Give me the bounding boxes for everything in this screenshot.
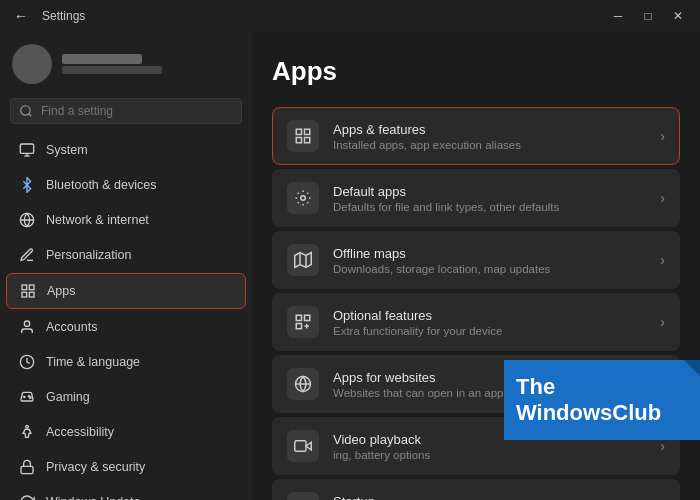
watermark-line2: WindowsClub: [516, 400, 661, 426]
sidebar-item-bluetooth[interactable]: Bluetooth & devices: [6, 168, 246, 202]
svg-marker-33: [306, 442, 311, 450]
settings-item-desc-offline-maps: Downloads, storage location, map updates: [333, 263, 652, 275]
sidebar-item-gaming[interactable]: Gaming: [6, 380, 246, 414]
page-title: Apps: [272, 56, 680, 87]
watermark-line1: The: [516, 374, 555, 400]
sidebar-item-privacy[interactable]: Privacy & security: [6, 450, 246, 484]
settings-item-startup[interactable]: Startup Apps that start automatically wh…: [272, 479, 680, 500]
default-apps-icon: [287, 182, 319, 214]
maximize-button[interactable]: □: [634, 2, 662, 30]
svg-rect-20: [296, 138, 301, 143]
video-playback-icon: [287, 430, 319, 462]
svg-marker-23: [295, 253, 312, 268]
personalization-icon: [18, 246, 36, 264]
sidebar-label-bluetooth: Bluetooth & devices: [46, 178, 157, 192]
settings-item-title-offline-maps: Offline maps: [333, 246, 652, 261]
nav-list: System Bluetooth & devices Network & int…: [0, 132, 252, 500]
sidebar-item-time[interactable]: Time & language: [6, 345, 246, 379]
svg-line-1: [29, 114, 32, 117]
search-input[interactable]: [41, 104, 233, 118]
time-icon: [18, 353, 36, 371]
system-icon: [18, 141, 36, 159]
sidebar-label-personalization: Personalization: [46, 248, 131, 262]
sidebar-label-privacy: Privacy & security: [46, 460, 145, 474]
accounts-icon: [18, 318, 36, 336]
svg-rect-26: [296, 315, 301, 320]
settings-item-text-optional-features: Optional features Extra functionality fo…: [333, 308, 652, 337]
svg-rect-21: [305, 138, 310, 143]
settings-item-text-default-apps: Default apps Defaults for file and link …: [333, 184, 652, 213]
settings-item-text-startup: Startup Apps that start automatically wh…: [333, 494, 652, 501]
sidebar-item-personalization[interactable]: Personalization: [6, 238, 246, 272]
sidebar-item-accessibility[interactable]: Accessibility: [6, 415, 246, 449]
sidebar-label-system: System: [46, 143, 88, 157]
chevron-icon-optional-features: ›: [660, 314, 665, 330]
sidebar-item-network[interactable]: Network & internet: [6, 203, 246, 237]
svg-rect-27: [305, 315, 310, 320]
settings-item-desc-default-apps: Defaults for file and link types, other …: [333, 201, 652, 213]
settings-item-text-offline-maps: Offline maps Downloads, storage location…: [333, 246, 652, 275]
svg-rect-2: [20, 144, 33, 153]
svg-point-0: [21, 106, 30, 115]
titlebar: ← Settings ─ □ ✕: [0, 0, 700, 32]
sidebar-item-system[interactable]: System: [6, 133, 246, 167]
sidebar-label-update: Windows Update: [46, 495, 141, 500]
settings-item-default-apps[interactable]: Default apps Defaults for file and link …: [272, 169, 680, 227]
gaming-icon: [18, 388, 36, 406]
settings-item-optional-features[interactable]: Optional features Extra functionality fo…: [272, 293, 680, 351]
update-icon: [18, 493, 36, 500]
settings-item-title-default-apps: Default apps: [333, 184, 652, 199]
close-button[interactable]: ✕: [664, 2, 692, 30]
svg-point-15: [30, 397, 31, 398]
sidebar-item-accounts[interactable]: Accounts: [6, 310, 246, 344]
watermark-corner: [684, 360, 700, 380]
apps-features-icon: [287, 120, 319, 152]
settings-item-title-apps-features: Apps & features: [333, 122, 652, 137]
user-email-bar: [62, 66, 162, 74]
sidebar-label-accessibility: Accessibility: [46, 425, 114, 439]
titlebar-left: ← Settings: [8, 6, 85, 26]
search-box[interactable]: [10, 98, 242, 124]
user-name-bar: [62, 54, 142, 64]
settings-list: Apps & features Installed apps, app exec…: [272, 107, 680, 500]
chevron-icon-video-playback: ›: [660, 438, 665, 454]
sidebar-label-network: Network & internet: [46, 213, 149, 227]
chevron-icon-apps-features: ›: [660, 128, 665, 144]
titlebar-nav: ←: [8, 6, 34, 26]
settings-item-title-startup: Startup: [333, 494, 652, 501]
chevron-icon-default-apps: ›: [660, 190, 665, 206]
network-icon: [18, 211, 36, 229]
sidebar-label-gaming: Gaming: [46, 390, 90, 404]
main-layout: System Bluetooth & devices Network & int…: [0, 32, 700, 500]
settings-item-offline-maps[interactable]: Offline maps Downloads, storage location…: [272, 231, 680, 289]
svg-rect-17: [21, 466, 33, 473]
settings-item-apps-features[interactable]: Apps & features Installed apps, app exec…: [272, 107, 680, 165]
content-area: Apps Apps & features Installed apps, app…: [252, 32, 700, 500]
titlebar-controls: ─ □ ✕: [604, 2, 692, 30]
svg-rect-8: [22, 292, 27, 297]
svg-rect-34: [295, 441, 306, 452]
settings-item-desc-optional-features: Extra functionality for your device: [333, 325, 652, 337]
sidebar-label-apps: Apps: [47, 284, 76, 298]
settings-item-desc-apps-features: Installed apps, app execution aliases: [333, 139, 652, 151]
sidebar-label-time: Time & language: [46, 355, 140, 369]
svg-rect-7: [29, 285, 34, 290]
sidebar-item-apps[interactable]: Apps: [6, 273, 246, 309]
sidebar-item-update[interactable]: Windows Update: [6, 485, 246, 500]
svg-rect-18: [296, 129, 301, 134]
watermark: The WindowsClub: [504, 360, 700, 440]
settings-item-desc-video-playback: ing, battery options: [333, 449, 652, 461]
chevron-icon-offline-maps: ›: [660, 252, 665, 268]
apps-icon: [19, 282, 37, 300]
svg-point-22: [301, 196, 306, 201]
svg-rect-28: [296, 324, 301, 329]
offline-maps-icon: [287, 244, 319, 276]
settings-item-title-optional-features: Optional features: [333, 308, 652, 323]
titlebar-title: Settings: [42, 9, 85, 23]
optional-features-icon: [287, 306, 319, 338]
svg-point-16: [26, 425, 29, 428]
back-button[interactable]: ←: [8, 6, 34, 26]
privacy-icon: [18, 458, 36, 476]
apps-websites-icon: [287, 368, 319, 400]
minimize-button[interactable]: ─: [604, 2, 632, 30]
